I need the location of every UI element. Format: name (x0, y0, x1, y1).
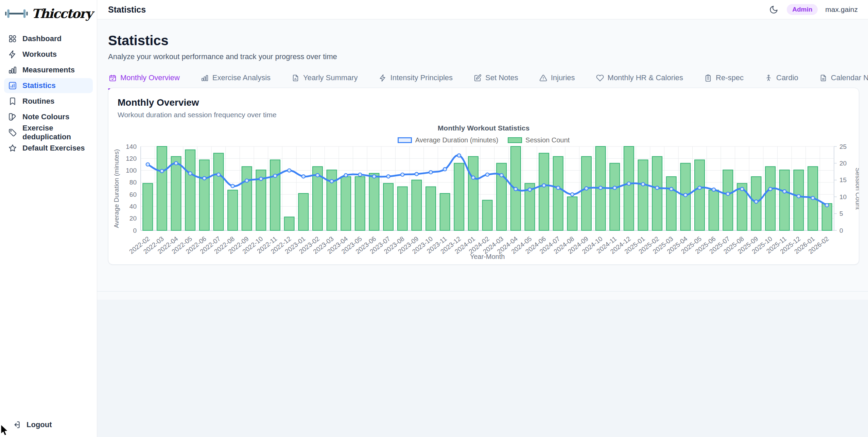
triangle-alert-icon (539, 74, 547, 82)
monthly-workout-chart: 02040608010012014005101520252022-022022-… (108, 144, 859, 263)
calendar-icon (109, 74, 117, 82)
tab-monthly-overview[interactable]: Monthly Overview (108, 70, 180, 89)
tab-intensity-principles[interactable]: Intensity Principles (378, 70, 453, 89)
topbar: Statistics Admin max.gainz (97, 0, 868, 19)
sidebar-item-label: Exercise deduplication (22, 124, 89, 141)
legend-swatch (398, 137, 412, 143)
svg-text:80: 80 (129, 179, 137, 186)
svg-text:0: 0 (133, 227, 137, 234)
tab-label: Re-spec (716, 73, 744, 82)
logout-holder: Logout (4, 417, 60, 432)
monthly-overview-card: Monthly Overview Workout duration and se… (108, 88, 859, 265)
file-text-icon (819, 74, 827, 82)
sidebar-item-note-colours[interactable]: Note Colours (4, 109, 93, 124)
zap-icon (379, 74, 387, 82)
clipboard-icon (704, 74, 712, 82)
page-title: Statistics (108, 33, 868, 48)
brand-name: Thicctory (32, 6, 92, 21)
svg-text:Session Count: Session Count (854, 168, 859, 210)
chart-wrap: 02040608010012014005101520252022-022022-… (108, 144, 859, 265)
stats-square-icon (8, 81, 17, 90)
legend-label: Average Duration (minutes) (415, 136, 498, 144)
runner-icon (765, 74, 772, 82)
grid-icon (8, 34, 17, 43)
tab-re-spec[interactable]: Re-spec (704, 70, 744, 89)
topbar-title: Statistics (108, 5, 146, 15)
tab-label: Injuries (551, 73, 575, 82)
svg-text:10: 10 (839, 193, 847, 200)
sidebar-item-label: Measurements (22, 66, 75, 74)
tabs-row: Monthly OverviewExercise AnalysisYearly … (108, 70, 857, 90)
content: Statistics Analyze your workout performa… (97, 19, 868, 300)
sidebar: Thicctory DashboardWorkoutsMeasurementsS… (0, 0, 97, 437)
tab-label: Exercise Analysis (212, 73, 271, 82)
tab-label: Monthly HR & Calories (608, 73, 683, 82)
moon-icon[interactable] (769, 4, 779, 15)
tag-icon (8, 128, 17, 137)
sidebar-item-label: Routines (22, 97, 54, 106)
tab-injuries[interactable]: Injuries (539, 70, 576, 89)
star-icon (8, 144, 17, 153)
logout-label: Logout (27, 420, 52, 429)
chart-legend: Average Duration (minutes)Session Count (108, 136, 859, 144)
legend-session-count[interactable]: Session Count (508, 136, 570, 144)
tab-monthly-hr-calories[interactable]: Monthly HR & Calories (595, 70, 684, 89)
card-title: Monthly Overview (108, 88, 859, 108)
svg-text:120: 120 (126, 155, 137, 162)
edit-icon (474, 74, 482, 82)
username: max.gainz (825, 5, 858, 14)
sidebar-item-label: Statistics (22, 81, 56, 90)
sidebar-item-default-exercises[interactable]: Default Exercises (4, 141, 93, 156)
logout-button[interactable]: Logout (8, 417, 56, 432)
sidebar-item-dashboard[interactable]: Dashboard (4, 31, 93, 46)
sidebar-nav: DashboardWorkoutsMeasurementsStatisticsR… (0, 31, 97, 156)
legend-swatch (508, 137, 522, 143)
tab-label: Yearly Summary (303, 73, 358, 82)
tab-calendar-notes[interactable]: Calendar Notes (819, 70, 868, 89)
heart-icon (596, 74, 604, 82)
tab-label: Calendar Notes (831, 73, 868, 82)
sidebar-item-statistics[interactable]: Statistics (4, 78, 93, 93)
sidebar-item-label: Workouts (22, 50, 57, 59)
svg-text:25: 25 (839, 144, 847, 150)
page-head: Statistics Analyze your workout performa… (97, 19, 868, 61)
svg-text:40: 40 (129, 203, 137, 210)
sidebar-item-exercise-deduplication[interactable]: Exercise deduplication (4, 125, 93, 140)
role-badge: Admin (787, 4, 818, 15)
mouse-cursor (1, 425, 10, 437)
sidebar-item-measurements[interactable]: Measurements (4, 63, 93, 77)
file-chart-icon (292, 74, 299, 82)
sidebar-item-workouts[interactable]: Workouts (4, 47, 93, 62)
sidebar-item-routines[interactable]: Routines (4, 94, 93, 109)
sidebar-item-label: Dashboard (22, 34, 62, 43)
brand-logo[interactable]: Thicctory (0, 0, 97, 25)
svg-text:100: 100 (126, 167, 137, 174)
chart-title: Monthly Workout Statistics (108, 124, 859, 132)
tab-label: Cardio (776, 73, 798, 82)
bar-chart-icon (8, 66, 17, 74)
topbar-right: Admin max.gainz (769, 4, 858, 15)
page-subtitle: Analyze your workout performance and tra… (108, 52, 868, 61)
tab-exercise-analysis[interactable]: Exercise Analysis (200, 70, 271, 89)
tab-label: Set Notes (485, 73, 518, 82)
tab-set-notes[interactable]: Set Notes (473, 70, 519, 89)
tab-yearly-summary[interactable]: Yearly Summary (291, 70, 359, 89)
logout-icon (12, 420, 21, 429)
card-subtitle: Workout duration and session frequency o… (108, 108, 859, 119)
sidebar-item-label: Note Colours (22, 112, 69, 121)
svg-text:15: 15 (839, 176, 847, 183)
main-area: Statistics Admin max.gainz Statistics An… (97, 0, 868, 437)
app-root: Thicctory DashboardWorkoutsMeasurementsS… (0, 0, 868, 437)
legend-average-duration-minutes[interactable]: Average Duration (minutes) (398, 136, 498, 144)
legend-label: Session Count (525, 136, 570, 144)
tab-label: Intensity Principles (390, 73, 453, 82)
svg-text:Year-Month: Year-Month (470, 253, 505, 260)
svg-text:60: 60 (129, 191, 137, 198)
tab-cardio[interactable]: Cardio (764, 70, 799, 89)
swatch-icon (8, 112, 17, 121)
sidebar-item-label: Default Exercises (22, 144, 85, 153)
dumbbell-icon (5, 4, 28, 23)
svg-text:20: 20 (839, 160, 847, 167)
svg-text:0: 0 (839, 227, 843, 234)
zap-icon (8, 50, 17, 59)
